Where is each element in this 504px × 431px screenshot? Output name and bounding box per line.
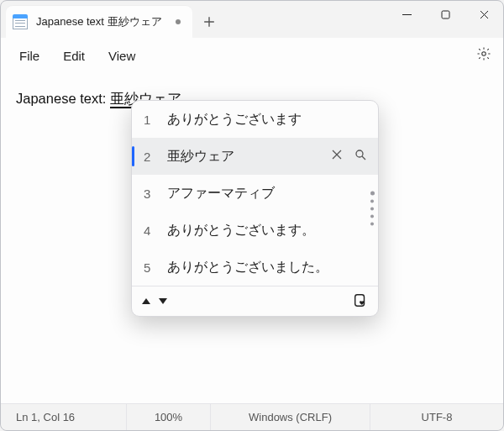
page-up-icon[interactable]: [142, 298, 150, 304]
page-down-icon[interactable]: [159, 298, 167, 304]
text-editor[interactable]: Japanese text: 亜紗ウェア 1 ありがとうございます 2 亜紗ウェ…: [1, 73, 503, 403]
close-button[interactable]: [465, 1, 503, 28]
ime-candidate-1[interactable]: 1 ありがとうございます: [132, 101, 378, 138]
notepad-icon: [13, 14, 28, 29]
ime-candidate-panel: 1 ありがとうございます 2 亜紗ウェア 3 アファーマティブ 4 ありがとうご…: [131, 100, 379, 317]
minimize-button[interactable]: [387, 1, 426, 28]
document-tab[interactable]: Japanese text 亜紗ウェア: [6, 6, 192, 38]
ime-candidate-3[interactable]: 3 アファーマティブ: [132, 175, 378, 212]
search-candidate-icon[interactable]: [354, 149, 366, 164]
settings-button[interactable]: [471, 41, 496, 70]
menubar: File Edit View: [1, 38, 503, 73]
ime-candidate-5[interactable]: 5 ありがとうございました。: [132, 249, 378, 286]
line-ending[interactable]: Windows (CRLF): [211, 404, 370, 430]
scroll-indicator-icon: [370, 192, 375, 226]
ime-toolbar: [132, 286, 378, 316]
svg-line-10: [362, 156, 365, 160]
zoom-level[interactable]: 100%: [127, 404, 211, 430]
svg-rect-11: [355, 294, 365, 306]
titlebar: Japanese text 亜紗ウェア: [1, 1, 503, 38]
cursor-position: Ln 1, Col 16: [1, 404, 127, 430]
ime-candidate-2[interactable]: 2 亜紗ウェア: [132, 138, 378, 175]
clipboard-favorite-icon[interactable]: [353, 292, 368, 311]
menu-file[interactable]: File: [8, 44, 51, 68]
new-tab-button[interactable]: [192, 6, 226, 38]
maximize-button[interactable]: [426, 1, 465, 28]
unsaved-indicator-icon: [176, 19, 181, 24]
svg-rect-3: [442, 11, 449, 18]
ime-candidate-4[interactable]: 4 ありがとうございます。: [132, 212, 378, 249]
window-controls: [387, 1, 503, 28]
svg-point-6: [482, 52, 486, 56]
menu-edit[interactable]: Edit: [51, 44, 97, 68]
svg-point-9: [356, 150, 363, 157]
statusbar: Ln 1, Col 16 100% Windows (CRLF) UTF-8: [1, 403, 503, 430]
encoding[interactable]: UTF-8: [370, 404, 503, 430]
menu-view[interactable]: View: [97, 44, 147, 68]
tab-title: Japanese text 亜紗ウェア: [36, 14, 162, 29]
editor-text: Japanese text:: [16, 91, 110, 106]
dismiss-candidate-icon[interactable]: [331, 149, 343, 164]
